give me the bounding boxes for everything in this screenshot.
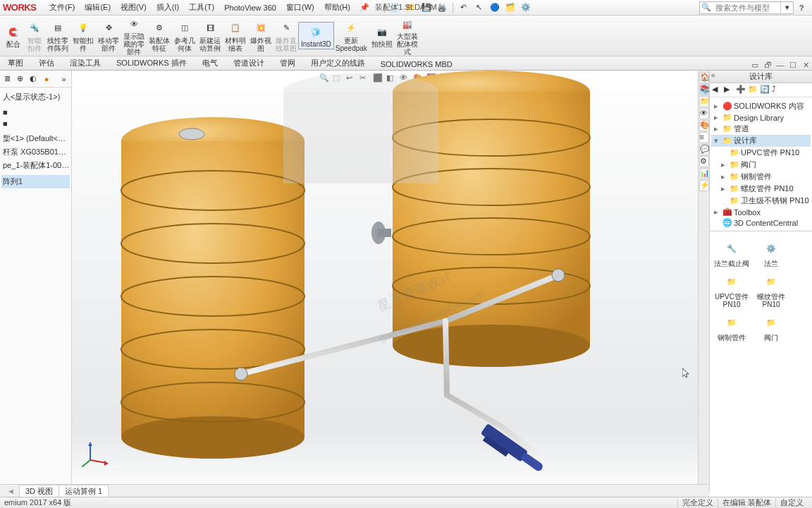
ribbon-smart[interactable]: 💡智能扣 件 (70, 19, 96, 53)
options-icon[interactable]: 🗂️ (503, 1, 517, 14)
display-state-icon[interactable]: ◐ (29, 73, 38, 85)
ribbon-mate[interactable]: 🧲配合 (3, 23, 24, 49)
library-tree-item[interactable]: ▸📁阀门 (711, 159, 811, 171)
viewport-dock-icon[interactable]: ▭ (749, 60, 761, 70)
viewport-3d[interactable]: 🔍 ⬚ ↩ ✂ ⬛ ◧ 👁 🎨 🌄 ☀ (72, 71, 698, 492)
config-icon[interactable]: ⊕ (16, 73, 25, 85)
menu-file[interactable]: 文件(F) (44, 1, 80, 14)
search-input[interactable] (713, 4, 780, 12)
taskpane-prop-icon[interactable]: ≡ (699, 132, 709, 143)
library-tree-item[interactable]: ▸🔴SOLIDWORKS 内容 (711, 100, 811, 112)
ribbon-label: 移动零 部件 (98, 37, 119, 52)
tab-管网[interactable]: 管网 (272, 56, 303, 70)
lib-fwd-icon[interactable]: ▶ (724, 85, 734, 95)
search-dropdown-icon[interactable]: ▾ (780, 2, 793, 13)
library-item[interactable]: 📁钢制管件 (714, 313, 749, 341)
tree-item[interactable]: 杆泵 XG035B01Z (兴龙65) (1, 145, 70, 159)
menu-window[interactable]: 窗口(W) (281, 1, 319, 14)
ribbon-refgeom[interactable]: ◫参考几 何体 (172, 19, 197, 53)
collapse-taskpane-icon[interactable]: « (711, 71, 715, 79)
lib-up-icon[interactable]: ⤴ (772, 85, 782, 95)
ribbon-explode[interactable]: 💥爆炸视 图 (248, 19, 273, 53)
tab-SOLIDWORKS MBD[interactable]: SOLIDWORKS MBD (373, 58, 460, 70)
library-tree-item[interactable]: ▸🧰Toolbox (711, 207, 811, 217)
bottom-tab-motion[interactable]: 运动算例 1 (59, 485, 109, 497)
library-item[interactable]: 📁阀门 (753, 313, 789, 341)
viewport-max-icon[interactable]: ☐ (787, 60, 799, 70)
ribbon-linear-pattern[interactable]: ▤线性零 件阵列 (45, 19, 70, 53)
taskpane-elec-icon[interactable]: ⚡ (699, 180, 709, 191)
undo-icon[interactable]: ↶ (457, 1, 471, 14)
ribbon-snapshot[interactable]: 📷拍快照 (369, 23, 395, 49)
ribbon-bom[interactable]: 📋材料明 细表 (223, 19, 248, 53)
lib-back-icon[interactable]: ◀ (712, 85, 722, 95)
search-box[interactable]: 🔍 ▾ (699, 1, 794, 14)
tree-item[interactable]: ■ (1, 107, 70, 118)
menu-tools[interactable]: 工具(T) (184, 1, 219, 14)
tree-item[interactable]: pe_1-装配体1-001<1> (默 (1, 159, 70, 172)
tree-expand-icon[interactable]: » (59, 73, 68, 85)
settings-icon[interactable]: ⚙️ (519, 1, 533, 14)
tree-item[interactable]: 阵列1 (1, 175, 70, 188)
ribbon-asm-feature[interactable]: ⚙装配体 特征 (147, 19, 172, 53)
menu-insert[interactable]: 插入(I) (152, 1, 184, 14)
viewport-close-icon[interactable]: ✕ (800, 60, 811, 70)
taskpane-appear-icon[interactable]: 🎨 (699, 120, 709, 131)
tree-item[interactable]: 槧<1> (Default<<Default> (1, 132, 70, 145)
library-tree-item[interactable]: 📁卫生级不锈钢 PN10 (711, 195, 811, 207)
library-tree-item[interactable]: ▸📁螺纹管件 PN10 (711, 183, 811, 195)
tab-用户定义的线路[interactable]: 用户定义的线路 (303, 56, 373, 70)
taskpane-home-icon[interactable]: 🏠 (699, 72, 709, 83)
library-tree-item[interactable]: ▸📁Design Library (711, 112, 811, 123)
tab-SOLIDWORKS 插件[interactable]: SOLIDWORKS 插件 (109, 56, 195, 70)
tab-渲染工具[interactable]: 渲染工具 (62, 56, 109, 70)
taskpane-explorer-icon[interactable]: 📁 (699, 96, 709, 107)
tree-item[interactable]: ■ (1, 118, 70, 129)
ribbon-large-asm[interactable]: 🏭大型装 配体模 式 (395, 15, 420, 56)
feature-tree-icon[interactable]: ≣ (3, 73, 12, 85)
ribbon-speedpak[interactable]: ⚡更新 Speedpak (333, 19, 369, 53)
library-tree-item[interactable]: ▸📁钢制管件 (711, 171, 811, 183)
library-item[interactable]: ⚙️法兰 (753, 238, 789, 267)
taskpane-view-icon[interactable]: 👁 (699, 108, 709, 119)
library-item[interactable]: 📁螺纹管件 PN10 (753, 272, 789, 308)
taskpane-cam-icon[interactable]: ⚙ (699, 156, 709, 167)
tab-草图[interactable]: 草图 (0, 56, 31, 70)
status-custom[interactable]: 自定义 (775, 498, 808, 508)
select-icon[interactable]: ↖ (472, 1, 486, 14)
rebuild-icon[interactable]: 🔵 (488, 1, 502, 14)
appearances-icon[interactable]: ● (42, 73, 51, 85)
viewport-float-icon[interactable]: 🗗 (762, 60, 773, 70)
lib-add-icon[interactable]: ➕ (736, 85, 746, 95)
bottom-tab-3dview[interactable]: 3D 视图 (19, 485, 59, 497)
menu-help[interactable]: 帮助(H) (319, 1, 355, 14)
ribbon-move[interactable]: ✥移动零 部件 (96, 19, 121, 53)
lib-refresh-icon[interactable]: 🔄 (760, 85, 770, 95)
library-tree-item[interactable]: ▾📁设计库 (711, 135, 811, 147)
tab-管道设计[interactable]: 管道设计 (226, 56, 272, 70)
bottom-tab-scroll-left-icon[interactable]: ◄ (3, 487, 19, 495)
tab-电气[interactable]: 电气 (195, 56, 226, 70)
library-item[interactable]: 🔧法兰截止阀 (714, 238, 749, 267)
library-item[interactable]: 📁UPVC管件 PN10 (714, 272, 749, 308)
library-tree-item[interactable]: 🌐3D ContentCentral (711, 217, 811, 228)
menu-view[interactable]: 视图(V) (116, 1, 152, 14)
taskpane-sim-icon[interactable]: 📊 (699, 168, 709, 179)
tab-评估[interactable]: 评估 (31, 56, 62, 70)
print-icon[interactable]: 🖨️ (435, 1, 449, 14)
taskpane-library-icon[interactable]: 📚 (699, 84, 709, 95)
menu-pin-icon[interactable]: 📌 (359, 3, 369, 12)
caret-icon: ▸ (721, 184, 727, 193)
tree-item[interactable]: 人<显示状态-1>) (1, 90, 70, 104)
menu-edit[interactable]: 编辑(E) (80, 1, 116, 14)
viewport-min-icon[interactable]: — (775, 60, 786, 70)
help-icon[interactable]: ? (796, 4, 806, 12)
ribbon-instant3d[interactable]: 🧊Instant3D (299, 23, 333, 49)
menu-photoview[interactable]: PhotoView 360 (219, 2, 281, 13)
ribbon-motion[interactable]: 🎞新建运 动算例 (197, 19, 223, 53)
library-tree-item[interactable]: 📁UPVC管件 PN10 (711, 147, 811, 159)
ribbon-showhide[interactable]: 👁显示隐 藏的零 部件 (121, 15, 147, 56)
lib-newfold-icon[interactable]: 📁 (748, 85, 758, 95)
taskpane-forum-icon[interactable]: 💬 (699, 144, 709, 155)
library-tree-item[interactable]: ▸📁管道 (711, 123, 811, 135)
